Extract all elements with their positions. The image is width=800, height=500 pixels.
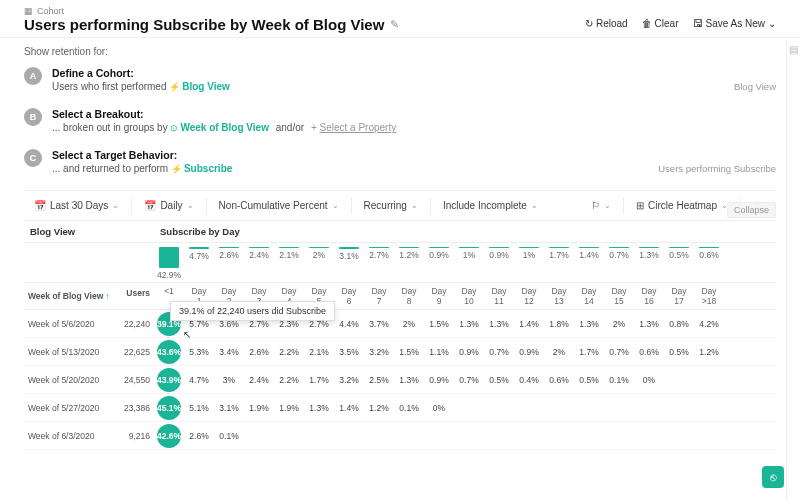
day-header[interactable]: Day16 <box>634 283 664 309</box>
percent-mode-picker[interactable]: Non-Cumulative Percent ⌄ <box>215 197 343 214</box>
cell[interactable]: 1.3% <box>574 319 604 329</box>
heatmap-picker[interactable]: ⊞ Circle Heatmap ⌄ <box>632 197 732 214</box>
cell[interactable]: 42.6% <box>154 424 184 448</box>
cell[interactable]: 1.9% <box>274 403 304 413</box>
cell[interactable]: 1.2% <box>364 403 394 413</box>
cell[interactable]: 0.8% <box>664 319 694 329</box>
cell[interactable]: 0.7% <box>484 347 514 357</box>
save-as-new-button[interactable]: 🖫 Save As New ⌄ <box>693 18 776 29</box>
cell[interactable]: 2.6% <box>184 431 214 441</box>
day-header[interactable]: Day11 <box>484 283 514 309</box>
day-header[interactable]: Day15 <box>604 283 634 309</box>
edit-icon[interactable]: ✎ <box>390 18 399 31</box>
cell[interactable]: 0% <box>424 403 454 413</box>
cell[interactable]: 1.5% <box>424 319 454 329</box>
cell[interactable]: 0.5% <box>484 375 514 385</box>
cell[interactable]: 1.3% <box>634 319 664 329</box>
cell[interactable]: 3.5% <box>334 347 364 357</box>
select-property-link[interactable]: Select a Property <box>320 122 397 133</box>
cell[interactable]: 1.7% <box>574 347 604 357</box>
cell[interactable]: 2.2% <box>274 347 304 357</box>
interval-picker[interactable]: 📅 Daily ⌄ <box>140 197 197 214</box>
cell[interactable]: 4.4% <box>334 319 364 329</box>
cell[interactable]: 3.2% <box>334 375 364 385</box>
day-header[interactable]: Day13 <box>544 283 574 309</box>
bookmark-button[interactable]: ⚐ ⌄ <box>587 197 615 214</box>
cell[interactable]: 43.6% <box>154 340 184 364</box>
recurring-picker[interactable]: Recurring ⌄ <box>360 197 422 214</box>
users-col-header[interactable]: Users <box>114 283 154 309</box>
day-header[interactable]: Day10 <box>454 283 484 309</box>
cell[interactable]: 0% <box>634 375 664 385</box>
cell[interactable]: 0.6% <box>634 347 664 357</box>
chevron-down-icon: ⌄ <box>768 18 776 29</box>
cell[interactable]: 0.9% <box>514 347 544 357</box>
day-header[interactable]: Day17 <box>664 283 694 309</box>
cell[interactable]: 2% <box>604 319 634 329</box>
cell[interactable]: 5.1% <box>184 403 214 413</box>
cell[interactable]: 2.6% <box>244 347 274 357</box>
cell[interactable]: 5.3% <box>184 347 214 357</box>
cell[interactable]: 0.9% <box>454 347 484 357</box>
week-col-header[interactable]: Week of Blog View <box>28 291 103 301</box>
cell[interactable]: 0.4% <box>514 375 544 385</box>
cell[interactable]: 3.7% <box>364 319 394 329</box>
reload-button[interactable]: ↻ Reload <box>585 18 628 29</box>
cell[interactable]: 0.1% <box>604 375 634 385</box>
day-header[interactable]: Day14 <box>574 283 604 309</box>
cell[interactable]: 3.4% <box>214 347 244 357</box>
cell[interactable]: 2.4% <box>244 375 274 385</box>
cell[interactable]: 1.3% <box>454 319 484 329</box>
cell[interactable]: 3.2% <box>364 347 394 357</box>
cell[interactable]: 0.1% <box>394 403 424 413</box>
cell[interactable]: 1.9% <box>244 403 274 413</box>
cell[interactable]: 1.7% <box>304 375 334 385</box>
cell[interactable]: 1.4% <box>514 319 544 329</box>
day-header[interactable]: Day7 <box>364 283 394 309</box>
export-fab[interactable]: ⎋ <box>762 466 784 488</box>
breadcrumb[interactable]: ▦ Cohort <box>24 6 399 16</box>
cell[interactable]: 2.1% <box>304 347 334 357</box>
cell[interactable]: 1.5% <box>394 347 424 357</box>
cell[interactable]: 43.9% <box>154 368 184 392</box>
cell[interactable]: 2% <box>544 347 574 357</box>
cell[interactable]: 0.6% <box>544 375 574 385</box>
cell[interactable]: 0.5% <box>664 347 694 357</box>
cell[interactable]: 45.1% <box>154 396 184 420</box>
cell[interactable]: 2.2% <box>274 375 304 385</box>
spark-value: 0.9% <box>429 250 448 260</box>
cell[interactable]: 1.4% <box>334 403 364 413</box>
cell[interactable]: 3.1% <box>214 403 244 413</box>
cell[interactable]: 2% <box>394 319 424 329</box>
panel-icon[interactable]: ▤ <box>789 44 799 54</box>
cell[interactable]: 4.7% <box>184 375 214 385</box>
date-range-picker[interactable]: 📅 Last 30 Days ⌄ <box>30 197 123 214</box>
spark-cell: 0.6% <box>694 243 724 282</box>
cell[interactable]: 1.3% <box>394 375 424 385</box>
cell[interactable]: 0.1% <box>214 431 244 441</box>
sort-up-icon[interactable]: ↑ <box>105 291 109 301</box>
include-incomplete-picker[interactable]: Include Incomplete ⌄ <box>439 197 542 214</box>
collapse-button[interactable]: Collapse <box>727 202 776 218</box>
cell[interactable]: 3% <box>214 375 244 385</box>
clear-button[interactable]: 🗑 Clear <box>642 18 679 29</box>
cell[interactable]: 4.2% <box>694 319 724 329</box>
cell[interactable]: 2.5% <box>364 375 394 385</box>
cell[interactable]: 1.3% <box>484 319 514 329</box>
cell[interactable]: 1.1% <box>424 347 454 357</box>
cell[interactable]: 0.7% <box>604 347 634 357</box>
cell[interactable]: 1.2% <box>694 347 724 357</box>
cell[interactable]: 0.9% <box>424 375 454 385</box>
cell[interactable]: 0.5% <box>574 375 604 385</box>
cell[interactable]: 0.7% <box>454 375 484 385</box>
day-header[interactable]: Day>18 <box>694 283 724 309</box>
day-header[interactable]: Day9 <box>424 283 454 309</box>
day-header[interactable]: Day12 <box>514 283 544 309</box>
cell[interactable]: 1.3% <box>304 403 334 413</box>
day-header[interactable]: Day8 <box>394 283 424 309</box>
cell[interactable]: 1.8% <box>544 319 574 329</box>
step-a-event[interactable]: Blog View <box>182 81 230 92</box>
step-c-event[interactable]: Subscribe <box>184 163 232 174</box>
day-header[interactable]: Day6 <box>334 283 364 309</box>
step-b-event[interactable]: Week of Blog View <box>180 122 269 133</box>
